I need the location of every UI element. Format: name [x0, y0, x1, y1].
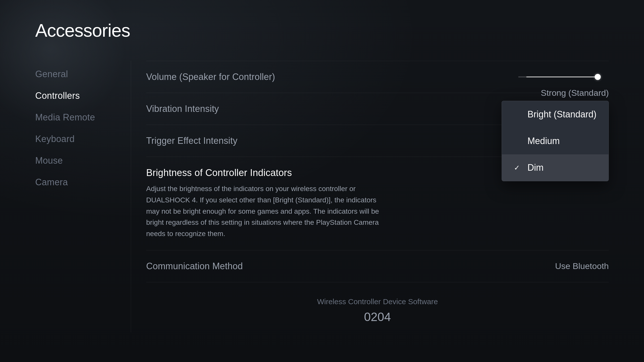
brightness-dropdown-container: Strong (Standard) Bright (Standard) Medi… [502, 88, 609, 181]
brightness-dropdown-menu: Bright (Standard) Medium ✓ Dim [502, 101, 609, 181]
page-title: Accessories [35, 20, 609, 41]
sidebar-item-camera[interactable]: Camera [35, 171, 131, 193]
dropdown-option-medium-label: Medium [528, 136, 560, 146]
device-software-version: 0204 [146, 310, 609, 324]
sidebar-item-media-remote[interactable]: Media Remote [35, 107, 131, 128]
volume-label: Volume (Speaker for Controller) [146, 72, 275, 82]
vibration-setting-row: Vibration Intensity Strong (Standard) Br… [146, 93, 609, 125]
slider-fill [526, 76, 599, 77]
sidebar-item-mouse[interactable]: Mouse [35, 150, 131, 171]
checkmark-dim-icon: ✓ [514, 164, 521, 172]
vibration-current-value: Strong (Standard) [502, 88, 609, 101]
brightness-description: Adjust the brightness of the indicators … [146, 183, 385, 240]
dropdown-option-dim-label: Dim [528, 162, 544, 173]
sidebar-item-controllers[interactable]: Controllers [35, 85, 131, 107]
sidebar-item-general[interactable]: General [35, 63, 131, 85]
dropdown-option-medium[interactable]: Medium [502, 128, 609, 154]
device-software-section: Wireless Controller Device Software 0204 [146, 282, 609, 324]
sidebar-item-keyboard[interactable]: Keyboard [35, 128, 131, 150]
brightness-label: Brightness of Controller Indicators [146, 167, 292, 178]
slider-thumb [595, 74, 601, 80]
dropdown-option-bright-label: Bright (Standard) [528, 109, 596, 120]
vibration-label: Vibration Intensity [146, 104, 219, 114]
dropdown-option-dim[interactable]: ✓ Dim [502, 154, 609, 181]
main-content: Volume (Speaker for Controller) Vibratio… [131, 61, 609, 332]
communication-setting-row: Communication Method Use Bluetooth [146, 250, 609, 282]
slider-track [518, 76, 599, 77]
communication-label: Communication Method [146, 261, 243, 272]
dropdown-option-bright[interactable]: Bright (Standard) [502, 101, 609, 128]
device-software-label: Wireless Controller Device Software [146, 297, 609, 306]
trigger-label: Trigger Effect Intensity [146, 135, 237, 146]
communication-value: Use Bluetooth [555, 261, 609, 271]
volume-slider[interactable] [518, 76, 609, 77]
sidebar: General Controllers Media Remote Keyboar… [35, 61, 131, 332]
